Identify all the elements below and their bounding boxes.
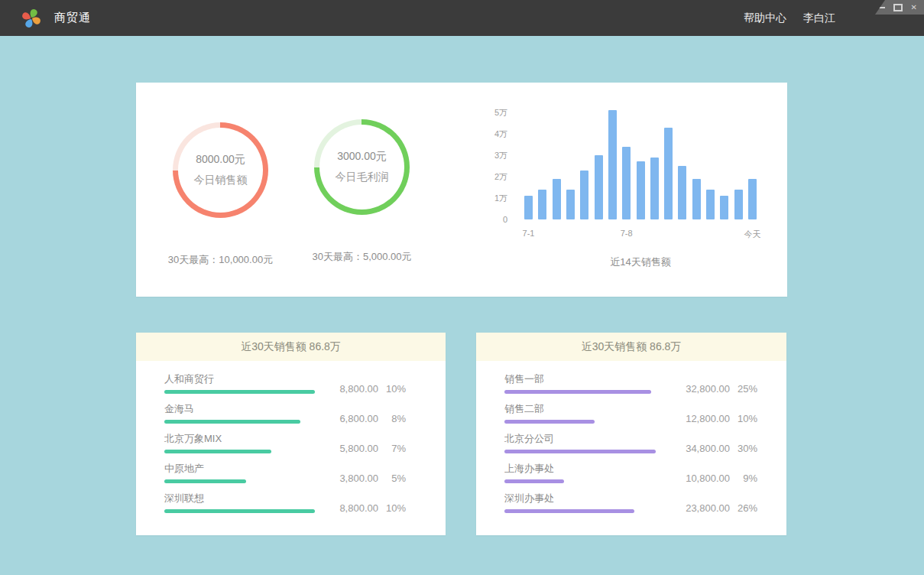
rank-value: 12,800.00 — [667, 413, 730, 424]
bar-series — [524, 105, 757, 219]
bar-chart-bar — [524, 196, 533, 219]
rank-list: 销售一部32,800.0025%销售二部12,800.0010%北京分公司34,… — [476, 361, 786, 522]
donut-today-profit: 3000.00元 今日毛利润 30天最高：5,000.00元 — [291, 119, 433, 264]
rank-row: 深圳联想8,800.0010% — [164, 492, 406, 522]
rank-bar — [504, 479, 564, 483]
user-menu[interactable]: 李白江 — [803, 11, 835, 25]
rank-row: 上海办事处10,800.009% — [504, 463, 757, 492]
x-axis-label: 7-8 — [621, 229, 633, 238]
bar-chart-bar — [678, 166, 686, 219]
chart-title: 近14天销售额 — [524, 255, 757, 269]
bar-chart-bar — [608, 110, 617, 219]
x-axis-label: 今天 — [744, 229, 761, 240]
bar-chart-bar — [748, 179, 757, 219]
rank-percent: 25% — [730, 383, 757, 395]
bar-chart-bar — [720, 196, 728, 219]
rank-value: 6,800.00 — [316, 413, 378, 424]
rank-value: 32,800.00 — [667, 383, 730, 395]
overview-card: 8000.00元 今日销售额 30天最高：10,000.00元 3000.00元… — [136, 83, 787, 297]
donut-today-sales: 8000.00元 今日销售额 30天最高：10,000.00元 — [150, 122, 291, 267]
donut-label: 今日毛利润 — [336, 171, 389, 184]
rank-percent: 10% — [378, 383, 406, 395]
rank-row: 人和商贸行8,800.0010% — [164, 373, 406, 403]
bar-chart-bar — [566, 190, 575, 219]
rank-value: 8,800.00 — [316, 383, 378, 395]
rank-value: 5,800.00 — [316, 443, 378, 454]
app-logo-icon — [20, 7, 43, 30]
brand: 商贸通 — [20, 0, 91, 36]
rank-value: 8,800.00 — [316, 502, 378, 514]
y-axis-tick: 3万 — [480, 150, 507, 161]
y-axis-tick: 2万 — [480, 171, 507, 182]
bar-chart-bar — [650, 158, 659, 219]
rank-percent: 9% — [730, 473, 757, 484]
rank-percent: 30% — [730, 443, 757, 454]
bar-chart-bar — [692, 179, 701, 219]
minimize-button[interactable] — [878, 0, 885, 15]
bar-chart-bar — [622, 147, 631, 219]
x-axis-label: 7-1 — [523, 229, 535, 238]
help-center-link[interactable]: 帮助中心 — [744, 11, 786, 25]
bar-chart-bar — [580, 171, 588, 219]
bar-chart-bar — [553, 179, 561, 219]
rank-percent: 10% — [378, 502, 406, 514]
donut-value: 8000.00元 — [196, 153, 245, 167]
rank-percent: 10% — [730, 413, 757, 424]
rank-value: 3,800.00 — [316, 473, 378, 484]
rank-list: 人和商贸行8,800.0010%金海马6,800.008%北京万象MIX5,80… — [136, 361, 446, 522]
bar-chart-bar — [706, 190, 715, 219]
rank-row: 中原地产3,800.005% — [164, 463, 406, 492]
donut-label: 今日销售额 — [194, 174, 248, 187]
rank-row: 北京万象MIX5,800.007% — [164, 433, 406, 463]
y-axis-tick: 0 — [480, 214, 507, 225]
rank-value: 23,800.00 — [667, 502, 730, 514]
card-header-title: 近30天销售额 86.8万 — [476, 333, 786, 361]
window-controls: ✕ — [875, 0, 924, 15]
rank-bar — [164, 450, 271, 453]
rank-percent: 26% — [730, 502, 757, 514]
rank-percent: 5% — [378, 473, 406, 484]
title-bar: 商贸通 帮助中心 李白江 ✕ — [0, 0, 924, 36]
maximize-button[interactable] — [893, 0, 903, 15]
rank-row: 销售二部12,800.0010% — [504, 403, 757, 433]
rank-row: 销售一部32,800.0025% — [504, 373, 757, 403]
rank-bar — [504, 420, 595, 424]
app-title: 商贸通 — [54, 11, 91, 25]
sales-bar-chart: 01万2万3万4万5万 7-17-8今天 近14天销售额 — [480, 92, 770, 283]
y-axis-tick: 5万 — [480, 107, 507, 118]
rank-value: 34,800.00 — [667, 443, 730, 454]
rank-bar — [504, 450, 656, 453]
donut-ring: 8000.00元 今日销售额 — [173, 122, 268, 218]
rank-row: 北京分公司34,800.0030% — [504, 433, 757, 463]
donut-footer: 30天最高：5,000.00元 — [291, 250, 433, 264]
rank-percent: 8% — [378, 413, 406, 424]
bar-chart-bar — [595, 155, 603, 219]
y-axis-tick: 1万 — [480, 193, 507, 203]
donut-value: 3000.00元 — [337, 150, 387, 164]
department-rank-card: 近30天销售额 86.8万 销售一部32,800.0025%销售二部12,800… — [476, 333, 786, 535]
rank-percent: 7% — [378, 443, 406, 454]
card-header-title: 近30天销售额 86.8万 — [136, 333, 446, 361]
rank-bar — [164, 509, 315, 513]
customer-rank-card: 近30天销售额 86.8万 人和商贸行8,800.0010%金海马6,800.0… — [136, 333, 446, 535]
donut-footer: 30天最高：10,000.00元 — [150, 253, 291, 267]
rank-value: 10,800.00 — [667, 473, 730, 484]
rank-bar — [164, 479, 246, 483]
rank-row: 金海马6,800.008% — [164, 403, 406, 433]
rank-bar — [504, 509, 634, 513]
bar-chart-bar — [664, 128, 673, 219]
rank-bar — [164, 420, 300, 424]
y-axis-tick: 4万 — [480, 128, 507, 139]
bar-chart-bar — [538, 190, 546, 219]
bar-chart-bar — [734, 190, 743, 219]
bar-chart-bar — [637, 161, 645, 219]
rank-bar — [164, 390, 315, 394]
close-button[interactable]: ✕ — [911, 0, 917, 15]
rank-bar — [504, 390, 651, 394]
rank-row: 深圳办事处23,800.0026% — [504, 492, 757, 522]
donut-ring: 3000.00元 今日毛利润 — [314, 119, 410, 215]
x-axis: 7-17-8今天 — [524, 229, 757, 239]
